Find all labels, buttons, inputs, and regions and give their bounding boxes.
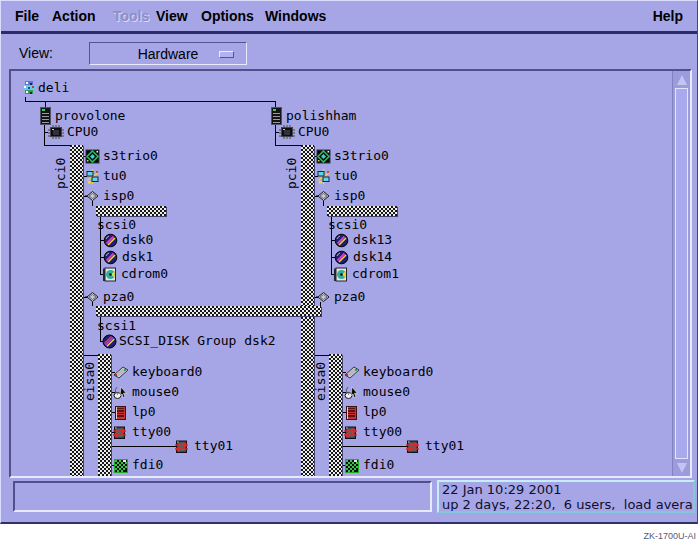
tree-node-poli-eisa[interactable]: eisa0 — [313, 357, 330, 405]
mouse-icon[interactable] — [113, 385, 128, 399]
bus-bar[interactable] — [329, 354, 342, 476]
tree-node-poli-tty01[interactable]: tty01 — [425, 438, 464, 454]
tree-connector-line — [25, 101, 276, 102]
tree-node-prov-gfx[interactable]: s3trio0 — [103, 148, 158, 164]
tree-node-poli-cpu[interactable]: CPU0 — [298, 124, 329, 140]
bus-bar[interactable] — [96, 206, 166, 216]
tree-connector-line — [44, 145, 71, 146]
tree-node-prov-pci[interactable]: pci0 — [53, 149, 70, 197]
view-option-menu[interactable]: Hardware — [89, 42, 247, 65]
status-input[interactable] — [13, 481, 432, 512]
cpu-icon[interactable] — [48, 125, 64, 139]
tree-node-poli-mouse[interactable]: mouse0 — [363, 384, 410, 400]
tree-node-poli-host[interactable]: polishham — [286, 108, 356, 124]
tree-node-poli-net[interactable]: tu0 — [334, 168, 357, 184]
tree-node-poli-tty00[interactable]: tty00 — [363, 424, 402, 440]
menu-item-view[interactable]: View — [156, 8, 188, 24]
bus-bar[interactable] — [96, 306, 321, 316]
cdrom-icon[interactable] — [333, 267, 348, 282]
tree-connector-line — [83, 355, 98, 356]
tree-node-prov-cdrom[interactable]: cdrom0 — [121, 266, 168, 282]
tree-connector-line — [314, 355, 329, 356]
tree-node-poli-dsk1[interactable]: dsk14 — [353, 249, 392, 265]
tty-icon[interactable] — [406, 439, 419, 454]
tree-node-scsi1[interactable]: scsi1 — [97, 318, 136, 334]
disk-icon[interactable] — [103, 250, 118, 265]
tree-node-dskgrp[interactable]: SCSI_DISK Group dsk2 — [119, 333, 276, 349]
tree-node-prov-eisa[interactable]: eisa0 — [82, 357, 99, 405]
tree-node-prov-dsk0[interactable]: dsk0 — [122, 232, 153, 248]
menu-item-help[interactable]: Help — [653, 8, 683, 24]
tree-node-poli-pci[interactable]: pci0 — [284, 149, 301, 197]
adapter-icon[interactable] — [85, 292, 100, 302]
floppy-icon[interactable] — [113, 458, 128, 473]
scrollbar-down-button[interactable] — [674, 460, 689, 475]
mouse-icon[interactable] — [344, 385, 359, 399]
tree-node-poli-dsk0[interactable]: dsk13 — [353, 232, 392, 248]
menu-item-action[interactable]: Action — [52, 8, 96, 24]
tree-node-prov-lp[interactable]: lp0 — [132, 404, 155, 420]
diskgroup-icon[interactable] — [102, 334, 117, 349]
cpu-icon[interactable] — [279, 125, 295, 139]
tree-node-poli-fdi[interactable]: fdi0 — [363, 457, 394, 473]
adapter-icon[interactable] — [85, 191, 100, 201]
host-icon[interactable] — [270, 107, 283, 125]
floppy-icon[interactable] — [344, 458, 359, 473]
bus-bar[interactable] — [327, 206, 397, 216]
disk-icon[interactable] — [103, 233, 118, 248]
tty-icon[interactable] — [175, 439, 188, 454]
tree-node-prov-dsk1[interactable]: dsk1 — [122, 249, 153, 265]
tree-node-poli-kbd[interactable]: keyboard0 — [363, 364, 433, 380]
scrollbar-up-button[interactable] — [674, 72, 689, 87]
menu-item-tools: Tools — [113, 8, 149, 24]
tree-node-poli-lp[interactable]: lp0 — [363, 404, 386, 420]
adapter-icon[interactable] — [316, 191, 331, 201]
tree-node-poli-isp[interactable]: isp0 — [334, 188, 365, 204]
tree-node-poli-scsi0[interactable]: scsi0 — [328, 217, 367, 233]
tree-node-prov-net[interactable]: tu0 — [103, 168, 126, 184]
tree-node-prov-cpu[interactable]: CPU0 — [67, 124, 98, 140]
network-icon[interactable] — [316, 169, 331, 184]
tree-node-poli-pza[interactable]: pza0 — [334, 289, 365, 305]
vertical-scrollbar[interactable] — [672, 71, 690, 476]
tty-icon[interactable] — [344, 425, 357, 440]
keyboard-icon[interactable] — [344, 365, 360, 379]
scrollbar-thumb[interactable] — [675, 88, 688, 459]
tty-icon[interactable] — [113, 425, 126, 440]
tree-node-prov-tty01[interactable]: tty01 — [194, 438, 233, 454]
printer-icon[interactable] — [114, 405, 126, 420]
menu-item-file[interactable]: File — [15, 8, 39, 24]
tree-node-prov-pza[interactable]: pza0 — [103, 289, 134, 305]
cdrom-icon[interactable] — [102, 267, 117, 282]
option-menu-indicator-icon — [219, 51, 234, 58]
tree-node-prov-mouse[interactable]: mouse0 — [132, 384, 179, 400]
tree-node-poli-cdrom[interactable]: cdrom1 — [352, 266, 399, 282]
printer-icon[interactable] — [345, 405, 357, 420]
tree-connector-line — [323, 201, 324, 206]
tree-node-deli[interactable]: deli — [38, 80, 69, 96]
keyboard-icon[interactable] — [113, 365, 129, 379]
bus-bar[interactable] — [70, 145, 83, 476]
disk-icon[interactable] — [334, 233, 349, 248]
host-icon[interactable] — [39, 107, 52, 125]
tree-node-prov-scsi0[interactable]: scsi0 — [97, 217, 136, 233]
cluster-icon[interactable] — [22, 81, 36, 95]
menu-item-windows[interactable]: Windows — [265, 8, 326, 24]
menu-item-options[interactable]: Options — [201, 8, 254, 24]
application-window: FileActionToolsViewOptionsWindows Help V… — [0, 0, 698, 524]
tree-node-prov-kbd[interactable]: keyboard0 — [132, 364, 202, 380]
tree-node-prov-fdi[interactable]: fdi0 — [132, 457, 163, 473]
disk-icon[interactable] — [334, 250, 349, 265]
adapter-icon[interactable] — [316, 292, 331, 302]
network-icon[interactable] — [85, 169, 100, 184]
tree-connector-line — [92, 201, 93, 206]
graphics-icon[interactable] — [85, 149, 100, 164]
view-option-value: Hardware — [138, 46, 199, 62]
tree-node-prov-host[interactable]: provolone — [55, 108, 125, 124]
tree-node-poli-gfx[interactable]: s3trio0 — [334, 148, 389, 164]
graphics-icon[interactable] — [316, 149, 331, 164]
tree-node-prov-isp[interactable]: isp0 — [103, 188, 134, 204]
tree-node-prov-tty00[interactable]: tty00 — [132, 424, 171, 440]
menu-bar: FileActionToolsViewOptionsWindows — [1, 1, 697, 34]
bus-bar[interactable] — [98, 354, 111, 476]
